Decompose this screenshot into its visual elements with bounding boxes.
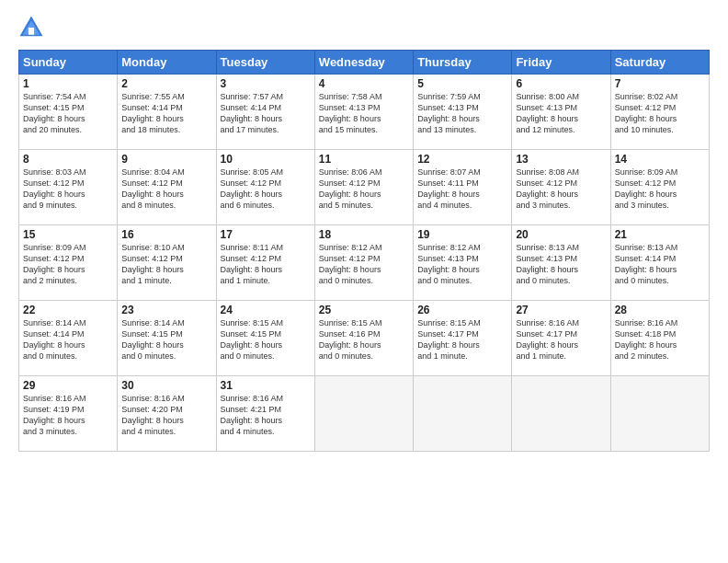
calendar-cell: 6Sunrise: 8:00 AM Sunset: 4:13 PM Daylig… (512, 75, 610, 150)
day-number: 9 (121, 153, 211, 166)
cell-info: Sunrise: 8:16 AM Sunset: 4:18 PM Dayligh… (615, 317, 705, 362)
day-number: 3 (221, 77, 311, 90)
day-number: 29 (23, 379, 113, 392)
week-row-5: 29Sunrise: 8:16 AM Sunset: 4:19 PM Dayli… (19, 376, 710, 452)
day-number: 11 (319, 153, 409, 166)
weekday-friday: Friday (512, 51, 610, 75)
calendar-cell: 8Sunrise: 8:03 AM Sunset: 4:12 PM Daylig… (19, 150, 118, 225)
logo (18, 15, 48, 40)
header (18, 15, 710, 40)
calendar-cell: 5Sunrise: 7:59 AM Sunset: 4:13 PM Daylig… (414, 75, 512, 150)
cell-info: Sunrise: 8:00 AM Sunset: 4:13 PM Dayligh… (516, 91, 606, 136)
day-number: 23 (121, 304, 211, 316)
day-number: 13 (516, 153, 606, 166)
weekday-header-row: SundayMondayTuesdayWednesdayThursdayFrid… (19, 51, 710, 75)
day-number: 10 (221, 153, 311, 166)
calendar-cell: 11Sunrise: 8:06 AM Sunset: 4:12 PM Dayli… (314, 150, 413, 225)
day-number: 4 (319, 77, 409, 90)
calendar-cell: 31Sunrise: 8:16 AM Sunset: 4:21 PM Dayli… (216, 376, 314, 452)
calendar-cell: 24Sunrise: 8:15 AM Sunset: 4:15 PM Dayli… (216, 301, 314, 376)
day-number: 19 (417, 228, 507, 241)
day-number: 18 (319, 228, 409, 241)
cell-info: Sunrise: 8:13 AM Sunset: 4:14 PM Dayligh… (615, 242, 705, 287)
cell-info: Sunrise: 8:11 AM Sunset: 4:12 PM Dayligh… (221, 242, 311, 287)
day-number: 7 (615, 77, 705, 90)
calendar-cell: 14Sunrise: 8:09 AM Sunset: 4:12 PM Dayli… (610, 150, 709, 225)
cell-info: Sunrise: 8:09 AM Sunset: 4:12 PM Dayligh… (615, 167, 705, 212)
day-number: 25 (319, 304, 409, 316)
cell-info: Sunrise: 8:09 AM Sunset: 4:12 PM Dayligh… (23, 242, 113, 287)
cell-info: Sunrise: 7:58 AM Sunset: 4:13 PM Dayligh… (319, 91, 409, 136)
weekday-monday: Monday (118, 51, 216, 75)
day-number: 17 (221, 228, 311, 241)
day-number: 24 (221, 304, 311, 316)
weekday-sunday: Sunday (19, 51, 118, 75)
week-row-1: 1Sunrise: 7:54 AM Sunset: 4:15 PM Daylig… (19, 75, 710, 150)
day-number: 20 (516, 228, 606, 241)
logo-icon (18, 15, 44, 40)
weekday-wednesday: Wednesday (314, 51, 413, 75)
week-row-4: 22Sunrise: 8:14 AM Sunset: 4:14 PM Dayli… (19, 301, 710, 376)
calendar-cell: 7Sunrise: 8:02 AM Sunset: 4:12 PM Daylig… (610, 75, 709, 150)
calendar-cell: 12Sunrise: 8:07 AM Sunset: 4:11 PM Dayli… (414, 150, 512, 225)
day-number: 28 (615, 304, 705, 316)
day-number: 26 (417, 304, 507, 316)
week-row-3: 15Sunrise: 8:09 AM Sunset: 4:12 PM Dayli… (19, 225, 710, 301)
cell-info: Sunrise: 7:55 AM Sunset: 4:14 PM Dayligh… (121, 91, 211, 136)
day-number: 27 (516, 304, 606, 316)
calendar-cell: 19Sunrise: 8:12 AM Sunset: 4:13 PM Dayli… (414, 225, 512, 301)
calendar-cell: 26Sunrise: 8:15 AM Sunset: 4:17 PM Dayli… (414, 301, 512, 376)
svg-rect-2 (28, 28, 34, 35)
calendar-cell: 18Sunrise: 8:12 AM Sunset: 4:12 PM Dayli… (314, 225, 413, 301)
calendar-cell (414, 376, 512, 452)
cell-info: Sunrise: 8:16 AM Sunset: 4:17 PM Dayligh… (516, 317, 606, 362)
day-number: 15 (23, 228, 113, 241)
calendar-cell: 17Sunrise: 8:11 AM Sunset: 4:12 PM Dayli… (216, 225, 314, 301)
day-number: 5 (417, 77, 507, 90)
calendar-cell: 29Sunrise: 8:16 AM Sunset: 4:19 PM Dayli… (19, 376, 118, 452)
day-number: 31 (221, 379, 311, 392)
calendar-cell (314, 376, 413, 452)
cell-info: Sunrise: 8:06 AM Sunset: 4:12 PM Dayligh… (319, 167, 409, 212)
calendar-cell: 28Sunrise: 8:16 AM Sunset: 4:18 PM Dayli… (610, 301, 709, 376)
calendar-cell: 21Sunrise: 8:13 AM Sunset: 4:14 PM Dayli… (610, 225, 709, 301)
calendar-cell: 23Sunrise: 8:14 AM Sunset: 4:15 PM Dayli… (118, 301, 216, 376)
calendar-cell: 4Sunrise: 7:58 AM Sunset: 4:13 PM Daylig… (314, 75, 413, 150)
day-number: 30 (121, 379, 211, 392)
cell-info: Sunrise: 8:07 AM Sunset: 4:11 PM Dayligh… (417, 167, 507, 212)
calendar-cell: 30Sunrise: 8:16 AM Sunset: 4:20 PM Dayli… (118, 376, 216, 452)
calendar-table: SundayMondayTuesdayWednesdayThursdayFrid… (18, 50, 710, 452)
weekday-saturday: Saturday (610, 51, 709, 75)
week-row-2: 8Sunrise: 8:03 AM Sunset: 4:12 PM Daylig… (19, 150, 710, 225)
cell-info: Sunrise: 8:03 AM Sunset: 4:12 PM Dayligh… (23, 167, 113, 212)
cell-info: Sunrise: 7:59 AM Sunset: 4:13 PM Dayligh… (417, 91, 507, 136)
day-number: 2 (121, 77, 211, 90)
calendar-cell: 1Sunrise: 7:54 AM Sunset: 4:15 PM Daylig… (19, 75, 118, 150)
cell-info: Sunrise: 8:12 AM Sunset: 4:12 PM Dayligh… (319, 242, 409, 287)
cell-info: Sunrise: 8:15 AM Sunset: 4:16 PM Dayligh… (319, 317, 409, 362)
calendar-cell: 3Sunrise: 7:57 AM Sunset: 4:14 PM Daylig… (216, 75, 314, 150)
day-number: 8 (23, 153, 113, 166)
page: SundayMondayTuesdayWednesdayThursdayFrid… (0, 0, 728, 461)
cell-info: Sunrise: 8:15 AM Sunset: 4:15 PM Dayligh… (221, 317, 311, 362)
calendar-cell: 13Sunrise: 8:08 AM Sunset: 4:12 PM Dayli… (512, 150, 610, 225)
calendar-cell: 9Sunrise: 8:04 AM Sunset: 4:12 PM Daylig… (118, 150, 216, 225)
calendar-body: 1Sunrise: 7:54 AM Sunset: 4:15 PM Daylig… (19, 75, 710, 452)
weekday-thursday: Thursday (414, 51, 512, 75)
calendar-cell: 15Sunrise: 8:09 AM Sunset: 4:12 PM Dayli… (19, 225, 118, 301)
cell-info: Sunrise: 8:04 AM Sunset: 4:12 PM Dayligh… (121, 167, 211, 212)
calendar-cell: 10Sunrise: 8:05 AM Sunset: 4:12 PM Dayli… (216, 150, 314, 225)
calendar-cell: 22Sunrise: 8:14 AM Sunset: 4:14 PM Dayli… (19, 301, 118, 376)
calendar-cell: 16Sunrise: 8:10 AM Sunset: 4:12 PM Dayli… (118, 225, 216, 301)
cell-info: Sunrise: 8:10 AM Sunset: 4:12 PM Dayligh… (121, 242, 211, 287)
day-number: 12 (417, 153, 507, 166)
day-number: 14 (615, 153, 705, 166)
cell-info: Sunrise: 7:54 AM Sunset: 4:15 PM Dayligh… (23, 91, 113, 136)
cell-info: Sunrise: 7:57 AM Sunset: 4:14 PM Dayligh… (221, 91, 311, 136)
cell-info: Sunrise: 8:02 AM Sunset: 4:12 PM Dayligh… (615, 91, 705, 136)
cell-info: Sunrise: 8:13 AM Sunset: 4:13 PM Dayligh… (516, 242, 606, 287)
day-number: 22 (23, 304, 113, 316)
calendar-cell (512, 376, 610, 452)
cell-info: Sunrise: 8:16 AM Sunset: 4:20 PM Dayligh… (121, 393, 211, 438)
day-number: 21 (615, 228, 705, 241)
